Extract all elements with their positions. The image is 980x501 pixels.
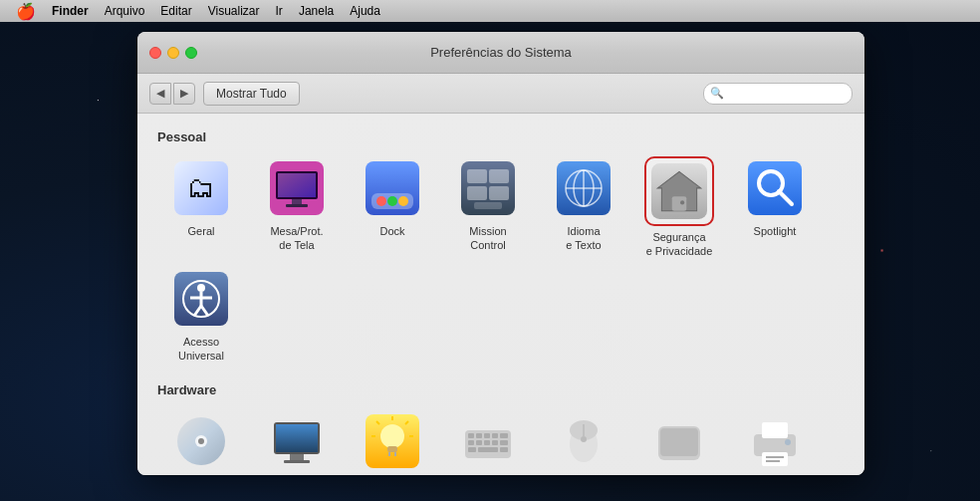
icon-impressao[interactable]: Impressão eEscaneamento [731,409,819,475]
svg-point-10 [387,196,397,206]
icon-mission[interactable]: MissionControl [444,156,532,259]
icon-cds-box [169,409,233,473]
spotlight-icon [748,161,802,215]
svg-rect-60 [500,433,508,438]
icon-monitores-box [265,409,329,473]
svg-rect-17 [474,202,502,209]
teclado-icon [461,414,515,468]
svg-point-80 [785,439,791,445]
trackpad-icon [652,414,706,468]
icon-mesa-box [265,156,329,220]
icon-trackpad[interactable]: Trackpad [635,409,723,475]
svg-rect-57 [476,433,482,438]
svg-rect-13 [467,169,487,183]
pessoal-grid: 🗂 Geral [157,156,845,363]
icon-acesso-box [169,267,233,331]
svg-point-33 [197,284,205,292]
minimize-button[interactable] [167,47,179,59]
search-input[interactable] [727,87,846,101]
spotlight-label: Spotlight [754,224,797,238]
icon-monitores[interactable]: Monitores [253,409,341,475]
icon-dock[interactable]: Dock [349,156,436,259]
svg-rect-56 [468,433,474,438]
svg-text:🗂: 🗂 [187,172,215,203]
icon-seguranca-box [644,156,714,226]
menubar: 🍎 Finder Arquivo Editar Visualizar Ir Ja… [0,0,980,22]
mesa-label: Mesa/Prot.de Tela [270,224,323,253]
mesa-icon [270,161,324,215]
icon-spotlight[interactable]: Spotlight [731,156,819,259]
forward-button[interactable]: ▶ [173,83,195,105]
svg-rect-64 [492,440,498,445]
mouse-icon [557,414,611,468]
svg-rect-42 [276,424,318,452]
icon-mission-box [456,156,520,220]
icon-mouse-box [552,409,615,473]
maximize-button[interactable] [185,47,197,59]
apple-menu[interactable]: 🍎 [8,0,44,22]
svg-rect-58 [484,433,490,438]
svg-rect-26 [672,196,687,211]
svg-rect-67 [478,447,498,452]
cds-icon [174,414,228,468]
svg-point-27 [680,200,684,204]
show-all-button[interactable]: Mostrar Tudo [203,82,300,106]
svg-point-11 [398,196,408,206]
search-box[interactable]: 🔍 [703,83,853,105]
svg-rect-74 [660,428,698,456]
svg-rect-63 [484,440,490,445]
seguranca-label: Segurançae Privacidade [646,230,713,259]
svg-rect-77 [762,452,788,466]
icon-mouse[interactable]: Mouse [540,409,627,475]
icon-dock-box [361,156,424,220]
svg-rect-62 [476,440,482,445]
svg-rect-76 [762,422,788,438]
menu-finder[interactable]: Finder [44,0,97,22]
menu-editar[interactable]: Editar [152,0,199,22]
icon-seguranca[interactable]: Segurançae Privacidade [635,156,723,259]
impressao-icon [748,414,802,468]
content-area: Pessoal 🗂 Geral [137,114,864,475]
svg-rect-14 [489,169,509,183]
icon-teclado[interactable]: Teclado [444,409,532,475]
svg-rect-66 [468,447,476,452]
svg-rect-65 [500,440,508,445]
economia-icon [366,414,419,468]
hardware-grid: CDs e DVDs Monitores [157,409,845,475]
icon-teclado-box [456,409,520,473]
menu-visualizar[interactable]: Visualizar [200,0,268,22]
menu-ir[interactable]: Ir [268,0,291,22]
section-pessoal-title: Pessoal [157,129,845,144]
icon-spotlight-box [743,156,807,220]
geral-label: Geral [188,224,215,238]
icon-mesa[interactable]: Mesa/Prot.de Tela [253,156,341,259]
icon-geral[interactable]: 🗂 Geral [157,156,245,259]
traffic-lights [149,47,197,59]
svg-rect-6 [286,204,308,207]
svg-rect-43 [290,454,304,460]
icon-acesso[interactable]: AcessoUniversal [157,267,245,364]
svg-rect-28 [748,161,802,215]
icon-impressao-box [743,409,807,473]
geral-icon: 🗂 [174,161,228,215]
close-button[interactable] [149,47,161,59]
back-button[interactable]: ◀ [149,83,171,105]
svg-point-72 [581,436,587,442]
icon-trackpad-box [647,409,711,473]
svg-point-40 [198,438,204,444]
menu-arquivo[interactable]: Arquivo [97,0,153,22]
menu-janela[interactable]: Janela [291,0,342,22]
svg-rect-68 [500,447,508,452]
menu-ajuda[interactable]: Ajuda [342,0,388,22]
dock-label: Dock [379,224,404,238]
icon-economia-box [361,409,424,473]
preferences-window: Preferências do Sistema ◀ ▶ Mostrar Tudo… [137,32,864,475]
mission-label: MissionControl [469,224,506,253]
titlebar: Preferências do Sistema [137,32,864,74]
svg-rect-59 [492,433,498,438]
svg-rect-4 [278,173,316,197]
icon-economia[interactable]: Economizadorde Energia [349,409,436,475]
icon-idioma[interactable]: Idiomae Texto [540,156,627,259]
icon-idioma-box [552,156,615,220]
icon-cds[interactable]: CDs e DVDs [157,409,245,475]
